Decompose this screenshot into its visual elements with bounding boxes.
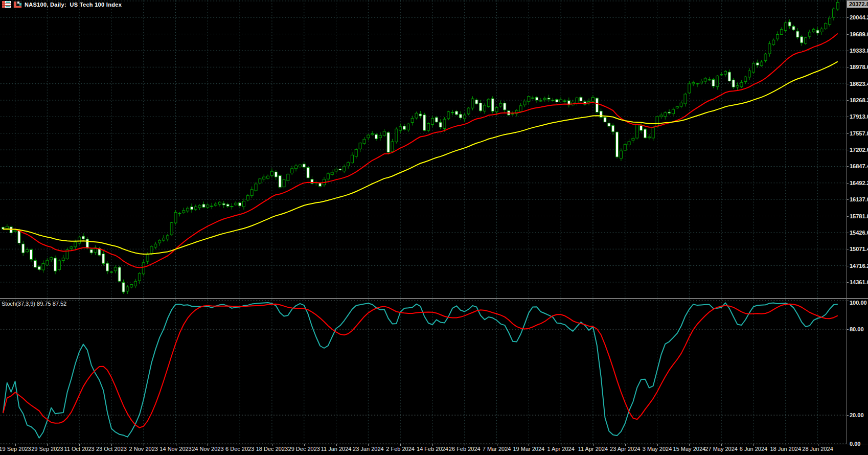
date-tick-label: 19 Sep 2023 [0,446,31,452]
date-tick-label: 3 May 2024 [643,446,672,452]
price-tick-label: 17202.6 [850,147,868,153]
time-axis[interactable]: 19 Sep 202329 Sep 202311 Oct 202323 Oct … [0,444,868,455]
date-tick-mark [208,444,208,446]
price-tick-mark [847,17,849,18]
date-tick-mark [818,444,818,446]
price-tick-label: 15426.6 [850,230,868,236]
date-tick-mark [240,444,240,446]
price-tick-label: 19333.8 [850,48,868,54]
price-tick-label: 16492.2 [850,180,868,186]
price-tick-label: 17557.8 [850,130,868,136]
date-tick-mark [15,444,16,446]
date-tick-label: 15 May 2024 [673,446,706,452]
price-tick-label: 18978.6 [850,64,868,70]
date-tick-mark [79,444,80,446]
stoch-tick-mark [847,415,849,416]
price-tick-label: 14361.0 [850,279,868,285]
stoch-grid-layer [0,299,847,444]
price-tick-label: 16847.4 [850,163,868,169]
date-tick-label: 2 Feb 2024 [386,446,415,452]
date-tick-mark [336,444,337,446]
candles-layer [2,0,839,294]
main-grid-layer [0,0,847,298]
price-chart-canvas[interactable] [0,0,847,298]
price-tick-mark [847,133,849,134]
price-tick-mark [847,282,849,283]
chart-mode-icon[interactable] [13,1,22,8]
price-tick-label: 14716.2 [850,263,868,269]
date-tick-label: 11 Apr 2024 [578,446,608,452]
price-tick-mark [847,216,849,217]
price-tick-label: 15071.4 [850,246,868,252]
chart-title: NAS100, Daily: US Tech 100 Index [25,2,122,8]
date-tick-mark [176,444,176,446]
price-tick-mark [847,84,849,84]
date-tick-mark [625,444,626,446]
date-tick-mark [400,444,401,446]
date-tick-label: 23 Apr 2024 [610,446,640,452]
date-tick-label: 2 Nov 2023 [129,446,158,452]
date-tick-label: 26 Feb 2024 [449,446,481,452]
price-tick-label: 15781.8 [850,213,868,219]
date-tick-label: 29 Sep 2023 [31,446,63,452]
stochastic-canvas[interactable] [0,299,847,444]
price-axis[interactable]: 20044.219689.019333.818978.618623.418268… [847,0,868,444]
stochastic-label: Stoch(37,3,9) 89.75 87.52 [2,301,66,307]
date-tick-label: 6 Dec 2023 [225,446,254,452]
price-tick-label: 16137.0 [850,196,868,202]
date-tick-label: 6 Jun 2024 [740,446,767,452]
date-tick-mark [144,444,144,446]
symbol-list-icon[interactable] [2,1,11,8]
date-tick-mark [432,444,433,446]
date-tick-mark [753,444,754,446]
stoch-tick-label: 80.00 [850,326,864,332]
current-price-box: 20372.8 [847,1,868,8]
date-tick-label: 27 May 2024 [705,446,738,452]
price-tick-label: 18268.2 [850,97,868,103]
date-tick-mark [111,444,112,446]
price-tick-mark [847,100,849,101]
price-tick-mark [847,199,849,200]
date-tick-mark [786,444,786,446]
slow-ma-line [3,61,838,254]
price-tick-label: 19689.0 [850,31,868,37]
stochastic-main-line [3,303,838,438]
date-tick-mark [368,444,369,446]
stoch-tick-label: 100.00 [850,300,867,306]
date-tick-mark [561,444,561,446]
date-tick-label: 11 Jan 2024 [321,446,352,452]
stochastic-signal-line [3,304,838,428]
date-tick-label: 29 Dec 2023 [288,446,320,452]
trading-chart-window: NAS100, Daily: US Tech 100 Index Stoch(3… [0,0,868,455]
date-tick-label: 14 Nov 2023 [159,446,191,452]
price-tick-mark [847,67,849,67]
price-tick-mark [847,51,849,51]
date-tick-mark [47,444,48,446]
date-tick-label: 19 Mar 2024 [513,446,544,452]
date-tick-label: 23 Jan 2024 [353,446,384,452]
date-tick-mark [689,444,690,446]
price-tick-mark [847,233,849,233]
price-tick-mark [847,266,849,266]
date-tick-label: 18 Dec 2023 [256,446,288,452]
stoch-tick-mark [847,301,849,301]
date-tick-label: 1 Apr 2024 [547,446,575,452]
price-tick-label: 17913.0 [850,113,868,120]
price-tick-mark [847,249,849,249]
chart-title-overlay: NAS100, Daily: US Tech 100 Index [2,1,122,8]
date-tick-mark [593,444,593,446]
date-tick-label: 14 Feb 2024 [417,446,448,452]
date-tick-label: 11 Oct 2023 [64,446,95,452]
price-tick-mark [847,34,849,35]
price-tick-mark [847,183,849,184]
date-tick-mark [272,444,272,446]
date-tick-mark [465,444,465,446]
date-tick-mark [721,444,722,446]
price-tick-label: 18623.4 [850,81,868,87]
price-tick-mark [847,117,849,117]
date-tick-mark [657,444,658,446]
price-tick-label: 20044.2 [850,14,868,20]
panel-separator[interactable] [0,298,868,299]
stoch-tick-mark [847,329,849,330]
date-tick-label: 7 Mar 2024 [483,446,511,452]
